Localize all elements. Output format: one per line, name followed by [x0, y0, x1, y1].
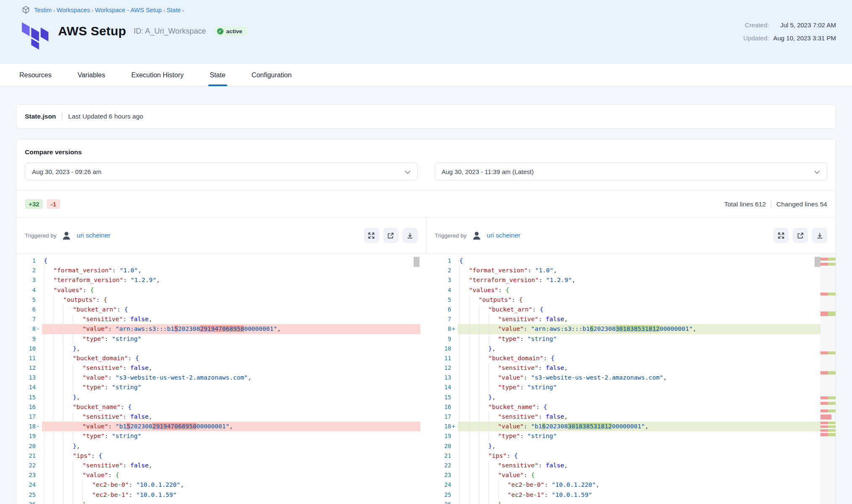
- code-line: 22"sensitive": false,: [16, 461, 420, 470]
- code-line: 5"outputs": {: [16, 295, 420, 305]
- tab-state[interactable]: State: [210, 64, 226, 86]
- diff-ruler-mark: [820, 402, 836, 405]
- left-version-value: Aug 30, 2023 - 09:26 am: [32, 168, 101, 175]
- breadcrumb-link[interactable]: State: [167, 7, 181, 13]
- triggered-by-user-link[interactable]: uri scheiner: [77, 232, 110, 239]
- tab-variables[interactable]: Variables: [77, 64, 105, 86]
- breadcrumb-link[interactable]: Testim: [34, 7, 52, 13]
- code-line: 20},: [432, 441, 836, 451]
- breadcrumb-separator: ›: [52, 7, 57, 13]
- right-version-value: Aug 30, 2023 - 11:39 am (Latest): [442, 168, 534, 175]
- code-line: 25"ec2-be-1": "10.0.1.59": [432, 490, 836, 500]
- code-line: 14"type": "string": [432, 383, 836, 392]
- tab-configuration[interactable]: Configuration: [252, 64, 292, 86]
- code-line: 11"bucket_domain": {: [432, 354, 836, 363]
- code-line: 23"value": {: [432, 470, 836, 480]
- divider: [771, 201, 771, 208]
- diff-ruler-mark: [820, 371, 836, 375]
- code-line: 11"bucket_domain": {: [16, 354, 420, 363]
- code-line: 16"bucket_name": {: [432, 402, 836, 412]
- open-external-button[interactable]: [793, 228, 808, 243]
- diff-ruler-mark: [820, 409, 836, 412]
- check-icon: ✓: [217, 28, 223, 34]
- scrollbar-thumb[interactable]: [414, 257, 419, 267]
- code-line: 12"sensitive": false,: [16, 363, 420, 373]
- code-line: 4"values": {: [16, 285, 420, 295]
- code-line: 17"sensitive": false,: [432, 412, 836, 422]
- user-avatar-icon: [472, 230, 482, 240]
- added-lines-badge: +32: [25, 199, 43, 209]
- open-external-button[interactable]: [383, 228, 398, 243]
- updated-value: Aug 10, 2023 3:31 PM: [773, 34, 836, 42]
- compare-card: Compare versions Aug 30, 2023 - 09:26 am…: [16, 139, 836, 504]
- terraform-logo: [22, 20, 49, 50]
- code-line: 12"sensitive": false,: [432, 363, 836, 373]
- code-line: 6"bucket_arn": {: [16, 305, 420, 314]
- right-code-pane[interactable]: 1{2"format_version": "1.0",3"terraform_v…: [432, 253, 836, 504]
- changed-lines-text: Changed lines 54: [776, 201, 827, 208]
- workspace-id: ID: A_Uri_Workspace: [134, 27, 206, 36]
- breadcrumb-link[interactable]: Workspaces: [56, 7, 90, 13]
- diff-stats-row: +32 -1 Total lines 612 Changed lines 54: [16, 190, 836, 217]
- code-line: 15},: [432, 393, 836, 402]
- diff-ruler-mark: [820, 263, 836, 266]
- tab-bar: ResourcesVariablesExecution HistoryState…: [0, 64, 852, 87]
- left-code-pane[interactable]: 1{2"format_version": "1.0",3"terraform_v…: [16, 253, 420, 504]
- code-line: 2"format_version": "1.0",: [432, 266, 836, 275]
- triggered-by-label: Triggered by: [25, 232, 56, 239]
- code-line: 3"terraform_version": "1.2.9",: [432, 275, 836, 285]
- left-version-dropdown[interactable]: Aug 30, 2023 - 09:26 am: [25, 163, 418, 180]
- created-value: Jul 5, 2023 7:02 AM: [773, 21, 836, 29]
- workspace-cube-icon: [22, 6, 30, 14]
- diff-ruler-mark: [820, 433, 836, 436]
- left-pane-header: Triggered by uri scheiner: [16, 218, 426, 253]
- right-pane-header: Triggered by uri scheiner: [426, 218, 836, 253]
- code-line: 21"ips": {: [16, 451, 420, 461]
- code-line: 3"terraform_version": "1.2.9",: [16, 275, 420, 285]
- code-line: 17"sensitive": false,: [16, 412, 420, 422]
- code-line: 9"type": "string": [432, 334, 836, 344]
- download-button[interactable]: [403, 228, 418, 243]
- scrollbar-thumb[interactable]: [815, 257, 820, 267]
- code-line: 9"type": "string": [16, 334, 420, 344]
- code-line: 20},: [16, 441, 420, 451]
- page-header: Testim › Workspaces › Workspace - AWS Se…: [0, 0, 852, 64]
- code-line: 21"ips": {: [432, 451, 836, 461]
- last-updated-text: Last Updated 6 hours ago: [68, 113, 143, 120]
- diff-ruler-mark: [820, 351, 836, 354]
- code-line: 7"sensitive": false,: [432, 314, 836, 324]
- code-line: 24"ec2-be-0": "10.0.1.220",: [432, 480, 836, 490]
- code-line: 26},: [16, 500, 420, 504]
- code-line: 15},: [16, 393, 420, 402]
- diff-ruler-mark: [820, 396, 836, 399]
- expand-button[interactable]: [773, 228, 788, 243]
- download-button[interactable]: [812, 228, 827, 243]
- code-line: 10},: [432, 344, 836, 354]
- code-line: 8-"value": "arn:aws:s3:::b15202308291947…: [16, 324, 420, 334]
- diff-ruler-mark: [820, 293, 836, 296]
- code-line: 18-"value": "b15202308291947068958000000…: [16, 422, 420, 431]
- code-line: 7"sensitive": false,: [16, 314, 420, 324]
- expand-button[interactable]: [364, 228, 379, 243]
- created-label: Created:: [743, 21, 769, 29]
- code-line: 23"value": {: [16, 470, 420, 480]
- code-line: 2"format_version": "1.0",: [16, 266, 420, 275]
- diff-ruler-mark: [820, 414, 836, 420]
- state-file-bar: State.json Last Updated 6 hours ago: [16, 104, 836, 129]
- user-avatar-icon: [61, 230, 72, 240]
- breadcrumb-link[interactable]: Workspace - AWS Setup: [95, 7, 162, 13]
- triggered-by-user-link[interactable]: uri scheiner: [487, 232, 520, 239]
- diff-ruler-mark: [820, 311, 836, 316]
- status-badge: ✓ active: [214, 26, 248, 36]
- code-line: 10},: [16, 344, 420, 354]
- right-version-dropdown[interactable]: Aug 30, 2023 - 11:39 am (Latest): [435, 163, 828, 180]
- tab-resources[interactable]: Resources: [19, 64, 51, 86]
- breadcrumb: Testim › Workspaces › Workspace - AWS Se…: [22, 6, 836, 14]
- state-file-name: State.json: [25, 113, 56, 120]
- code-line: 16"bucket_name": {: [16, 402, 420, 412]
- tab-execution-history[interactable]: Execution History: [131, 64, 184, 86]
- updated-label: Updated:: [743, 34, 769, 42]
- diff-editor: 1{2"format_version": "1.0",3"terraform_v…: [16, 253, 836, 504]
- breadcrumb-separator: ›: [162, 7, 167, 13]
- code-line: 22"sensitive": false,: [432, 461, 836, 470]
